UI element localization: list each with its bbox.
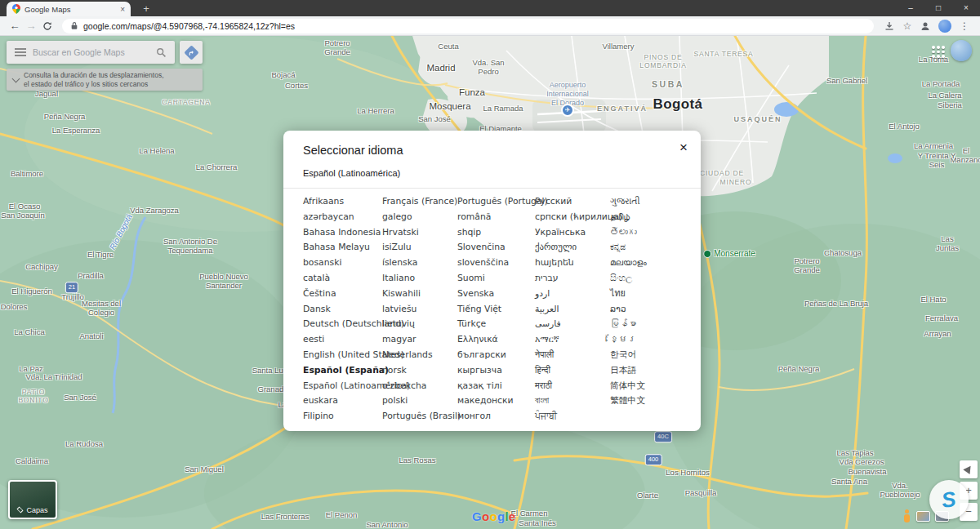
language-option[interactable]: íslenska <box>382 256 457 271</box>
language-option[interactable]: català <box>303 271 382 287</box>
language-option[interactable]: తెలుగు <box>610 225 681 241</box>
language-option[interactable]: Ελληνικά <box>457 332 535 348</box>
airport-marker-icon[interactable]: ✈ <box>561 104 574 117</box>
language-option[interactable]: Español (España) <box>303 363 382 379</box>
search-input[interactable]: Buscar en Google Maps <box>33 47 149 57</box>
language-option[interactable]: euskara <box>303 393 382 409</box>
language-option[interactable]: اردو <box>535 287 610 302</box>
language-option[interactable]: বাংলা <box>535 393 610 409</box>
language-option[interactable]: кыргызча <box>457 363 535 379</box>
language-option[interactable]: Türkçe <box>457 317 535 332</box>
language-option[interactable]: 简体中文 <box>610 379 681 394</box>
address-bar[interactable]: google.com/maps/@4.5907968,-74.1965824,1… <box>62 19 874 33</box>
language-option[interactable]: norsk <box>382 363 457 379</box>
language-option[interactable]: Suomi <box>457 271 535 287</box>
language-option[interactable]: Filipino <box>303 409 382 425</box>
language-option[interactable]: ಕನ್ನಡ <box>610 240 681 256</box>
language-option[interactable]: Español (Latinoamérica) <box>303 379 382 394</box>
dialog-close-icon[interactable]: × <box>679 140 688 154</box>
language-option[interactable]: Português (Portugal) <box>457 194 535 210</box>
language-option[interactable]: bosanski <box>303 256 382 271</box>
language-option[interactable]: slovenščina <box>457 256 535 271</box>
language-option[interactable]: magyar <box>382 332 457 348</box>
language-option[interactable]: ไทย <box>610 287 681 302</box>
language-option[interactable]: ਪੰਜਾਬੀ <box>535 409 610 425</box>
language-option[interactable]: eesti <box>303 332 382 348</box>
directions-button[interactable] <box>180 41 203 64</box>
language-option[interactable]: o'zbekcha <box>382 379 457 394</box>
language-option[interactable]: Українська <box>535 225 610 241</box>
tab-close-icon[interactable]: × <box>120 5 125 14</box>
language-option[interactable]: فارسی <box>535 317 610 332</box>
language-option[interactable]: Slovenčina <box>457 240 535 256</box>
language-option[interactable]: हिन्दी <box>535 363 610 379</box>
reload-button[interactable] <box>39 21 56 31</box>
language-option[interactable]: Afrikaans <box>303 194 382 210</box>
pegman-icon[interactable] <box>902 509 911 522</box>
language-option[interactable]: română <box>457 210 535 225</box>
language-option[interactable]: Nederlands <box>382 348 457 363</box>
language-option[interactable]: Tiếng Việt <box>457 302 535 318</box>
language-option[interactable]: Kiswahili <box>382 287 457 302</box>
language-option[interactable]: Italiano <box>382 271 457 287</box>
language-option[interactable]: shqip <box>457 225 535 241</box>
language-option[interactable]: 繁體中文 <box>610 393 681 409</box>
language-option[interactable]: Русский <box>535 194 610 210</box>
browser-menu-icon[interactable]: ⋮ <box>956 20 973 32</box>
profile-icon[interactable] <box>916 21 934 31</box>
imagery-thumbnail[interactable] <box>916 511 930 522</box>
language-option[interactable]: Português (Brasil) <box>382 409 457 425</box>
language-option[interactable]: polski <box>382 393 457 409</box>
language-option[interactable]: ລາວ <box>610 302 681 318</box>
language-option[interactable]: العربية <box>535 302 610 318</box>
my-location-button[interactable] <box>960 460 978 478</box>
language-option[interactable]: ગુજરાતી <box>610 194 681 210</box>
language-option[interactable]: Čeština <box>303 287 382 302</box>
layers-button[interactable]: Capas <box>8 480 57 519</box>
language-option[interactable]: አማርኛ <box>535 332 610 348</box>
language-option[interactable]: ქართული <box>535 240 610 256</box>
menu-icon[interactable] <box>15 48 26 56</box>
language-option[interactable]: Français (France) <box>382 194 457 210</box>
language-option[interactable]: English (United States) <box>303 348 382 363</box>
language-option[interactable]: עברית <box>535 271 610 287</box>
language-option[interactable]: հայերեն <box>535 256 610 271</box>
save-page-icon[interactable] <box>880 21 898 31</box>
language-option[interactable]: မြန်မာ <box>610 317 681 332</box>
language-option[interactable]: Deutsch (Deutschland) <box>303 317 382 332</box>
language-option[interactable]: Hrvatski <box>382 225 457 241</box>
language-option[interactable]: galego <box>382 210 457 225</box>
search-box[interactable]: Buscar en Google Maps <box>7 41 175 64</box>
language-option[interactable]: македонски <box>457 393 535 409</box>
language-option[interactable]: монгол <box>457 409 535 425</box>
language-option[interactable]: српски (ћирилица) <box>535 210 610 225</box>
window-minimize-button[interactable]: – <box>897 0 924 16</box>
language-option[interactable]: azərbaycan <box>303 210 382 225</box>
account-avatar[interactable] <box>951 40 972 61</box>
forward-button[interactable]: → <box>23 20 39 32</box>
language-option[interactable]: Dansk <box>303 302 382 318</box>
language-option[interactable]: Bahasa Melayu <box>303 240 382 256</box>
window-maximize-button[interactable]: □ <box>924 0 952 16</box>
language-option[interactable]: नेपाली <box>535 348 610 363</box>
language-option[interactable]: Bahasa Indonesia <box>303 225 382 241</box>
apps-grid-icon[interactable] <box>932 46 945 58</box>
language-option[interactable]: 日本語 <box>610 363 681 379</box>
language-option[interactable]: lietuvių <box>382 317 457 332</box>
language-option[interactable]: қазақ тілі <box>457 379 535 394</box>
new-tab-button[interactable]: + <box>139 2 154 16</box>
language-option[interactable]: latviešu <box>382 302 457 318</box>
bookmark-star-icon[interactable]: ☆ <box>898 20 916 32</box>
language-option[interactable]: ខ្មែរ <box>610 332 681 348</box>
language-option[interactable]: Svenska <box>457 287 535 302</box>
language-option[interactable]: български <box>457 348 535 363</box>
back-button[interactable]: ← <box>7 20 23 32</box>
window-close-button[interactable]: × <box>952 0 980 16</box>
search-icon[interactable] <box>156 47 167 58</box>
browser-avatar[interactable] <box>938 20 951 33</box>
language-option[interactable]: isiZulu <box>382 240 457 256</box>
language-option[interactable]: සිංහල <box>610 271 681 287</box>
language-option[interactable]: 한국어 <box>610 348 681 363</box>
language-option[interactable]: தமிழ் <box>610 210 681 225</box>
chevron-down-icon[interactable] <box>12 74 20 82</box>
